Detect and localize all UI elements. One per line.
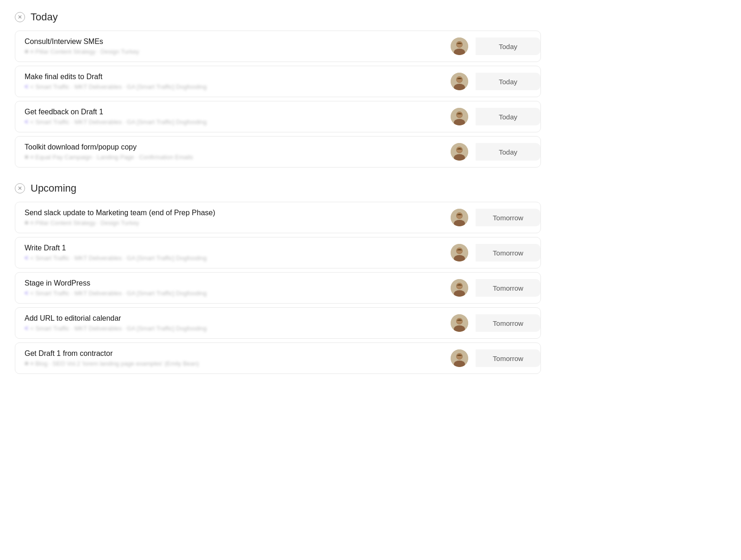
section-close-button[interactable]: ✕	[15, 12, 25, 22]
svg-point-11	[457, 112, 462, 118]
task-title: Add URL to editorial calendar	[25, 314, 443, 323]
task-card: Get Draft 1 from contractor ≡ Blog · SEO…	[15, 342, 541, 374]
section-header-upcoming: ✕ Upcoming	[15, 182, 541, 194]
avatar	[451, 279, 468, 297]
task-avatar-area	[443, 349, 476, 367]
section-header-today: ✕ Today	[15, 11, 541, 23]
task-due: Tomorrow	[476, 209, 540, 226]
task-due: Today	[476, 37, 540, 55]
section-title: Today	[31, 11, 58, 23]
task-content: Add URL to editorial calendar < Smart Tr…	[25, 314, 443, 332]
task-title: Toolkit download form/popup copy	[25, 143, 443, 151]
avatar	[451, 37, 468, 55]
task-subtitle: ≡ Equal Pay Campaign · Landing Page · Co…	[25, 153, 443, 161]
task-list: Send slack update to Marketing team (end…	[15, 202, 541, 374]
task-due: Tomorrow	[476, 314, 540, 332]
close-icon: ✕	[18, 185, 22, 192]
task-avatar-area	[443, 108, 476, 125]
task-title: Get feedback on Draft 1	[25, 108, 443, 116]
task-content: Send slack update to Marketing team (end…	[25, 209, 443, 226]
task-due: Today	[476, 108, 540, 125]
task-title: Write Draft 1	[25, 244, 443, 252]
avatar	[451, 349, 468, 367]
avatar	[451, 209, 468, 226]
avatar	[451, 108, 468, 125]
task-card: Consult/Interview SMEs ≡ Pillar Content …	[15, 31, 541, 62]
section-close-button[interactable]: ✕	[15, 183, 25, 193]
task-avatar-area	[443, 314, 476, 332]
task-due: Today	[476, 143, 540, 161]
task-avatar-area	[443, 37, 476, 55]
section-today: ✕ Today Consult/Interview SMEs ≡ Pillar …	[15, 11, 541, 168]
task-card: Make final edits to Draft < Smart Traffi…	[15, 66, 541, 97]
task-due: Tomorrow	[476, 244, 540, 261]
task-list: Consult/Interview SMEs ≡ Pillar Content …	[15, 31, 541, 168]
avatar	[451, 244, 468, 261]
task-avatar-area	[443, 244, 476, 261]
svg-point-31	[457, 318, 462, 324]
task-content: Stage in WordPress < Smart Traffic · MKT…	[25, 279, 443, 297]
task-subtitle: ≡ Pillar Content Strategy · Design Turke…	[25, 48, 443, 55]
task-subtitle: < Smart Traffic · MKT Deliverables · GA …	[25, 83, 443, 90]
task-subtitle: < Smart Traffic · MKT Deliverables · GA …	[25, 324, 443, 332]
task-card: Toolkit download form/popup copy ≡ Equal…	[15, 136, 541, 168]
svg-point-15	[457, 147, 462, 153]
task-card: Write Draft 1 < Smart Traffic · MKT Deli…	[15, 237, 541, 268]
task-avatar-area	[443, 73, 476, 90]
task-subtitle: ≡ Blog · SEO Vol.2 'lorem landing page e…	[25, 360, 443, 367]
svg-point-23	[457, 248, 462, 254]
task-title: Make final edits to Draft	[25, 73, 443, 81]
task-content: Get feedback on Draft 1 < Smart Traffic …	[25, 108, 443, 125]
svg-point-19	[457, 213, 462, 218]
task-content: Get Draft 1 from contractor ≡ Blog · SEO…	[25, 349, 443, 367]
task-due: Today	[476, 73, 540, 90]
task-card: Get feedback on Draft 1 < Smart Traffic …	[15, 101, 541, 132]
task-title: Stage in WordPress	[25, 279, 443, 287]
task-subtitle: < Smart Traffic · MKT Deliverables · GA …	[25, 289, 443, 297]
task-avatar-area	[443, 209, 476, 226]
task-title: Consult/Interview SMEs	[25, 37, 443, 46]
task-title: Get Draft 1 from contractor	[25, 349, 443, 358]
task-due: Tomorrow	[476, 349, 540, 367]
section-upcoming: ✕ Upcoming Send slack update to Marketin…	[15, 182, 541, 374]
task-card: Stage in WordPress < Smart Traffic · MKT…	[15, 272, 541, 304]
close-icon: ✕	[18, 14, 22, 20]
task-content: Toolkit download form/popup copy ≡ Equal…	[25, 143, 443, 161]
svg-point-3	[457, 42, 462, 47]
task-subtitle: < Smart Traffic · MKT Deliverables · GA …	[25, 118, 443, 125]
svg-point-7	[457, 77, 462, 82]
svg-point-27	[457, 283, 462, 289]
task-avatar-area	[443, 143, 476, 161]
task-subtitle: ≡ Pillar Content Strategy · Design Turke…	[25, 219, 443, 226]
task-card: Send slack update to Marketing team (end…	[15, 202, 541, 233]
task-content: Write Draft 1 < Smart Traffic · MKT Deli…	[25, 244, 443, 261]
task-subtitle: < Smart Traffic · MKT Deliverables · GA …	[25, 254, 443, 261]
section-title: Upcoming	[31, 182, 76, 194]
task-title: Send slack update to Marketing team (end…	[25, 209, 443, 217]
avatar	[451, 314, 468, 332]
task-card: Add URL to editorial calendar < Smart Tr…	[15, 307, 541, 339]
svg-point-35	[457, 354, 462, 359]
avatar	[451, 73, 468, 90]
task-content: Make final edits to Draft < Smart Traffi…	[25, 73, 443, 90]
task-content: Consult/Interview SMEs ≡ Pillar Content …	[25, 37, 443, 55]
task-avatar-area	[443, 279, 476, 297]
task-due: Tomorrow	[476, 279, 540, 297]
avatar	[451, 143, 468, 161]
